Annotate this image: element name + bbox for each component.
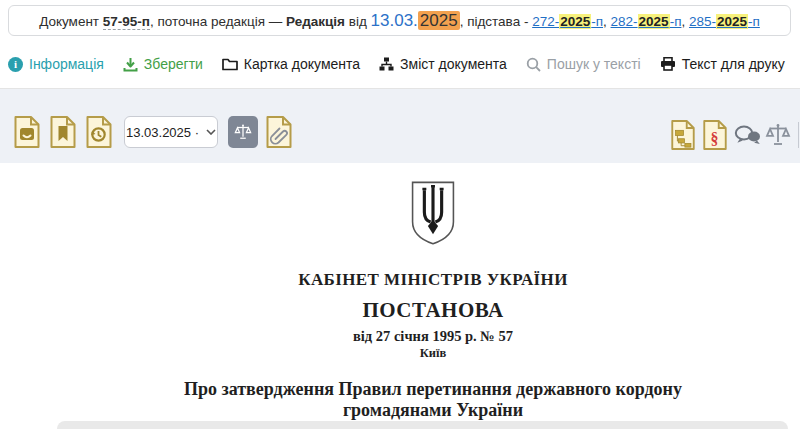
left-tools-group: 13.03.2025 · — [12, 115, 294, 149]
separator: , — [603, 14, 611, 29]
menu-item-print-text[interactable]: Текст для друку — [660, 56, 785, 72]
document-paragraphs-button[interactable]: § — [701, 119, 729, 151]
main-toolbar: i Інформація Зберегти Картка документа З… — [8, 50, 785, 78]
compare-revisions-button[interactable] — [228, 116, 258, 148]
document-status-bar: Документ 57-95-п, поточна редакція — Ред… — [8, 5, 791, 36]
menu-item-information[interactable]: i Інформація — [8, 56, 104, 72]
issuing-authority: КАБІНЕТ МІНІСТРІВ УКРАЇНИ — [66, 270, 800, 290]
revision-date: 13.03. — [371, 11, 418, 30]
title-line-2: громадянами України — [343, 400, 523, 420]
basis-label: , підстава - — [460, 14, 533, 29]
folder-icon — [222, 58, 238, 71]
document-structure-button[interactable] — [669, 119, 697, 151]
search-icon — [526, 57, 541, 72]
revision-label: Редакція — [286, 14, 345, 29]
menu-label: Інформація — [29, 56, 104, 72]
scales-icon — [234, 120, 252, 144]
basis-link-285[interactable]: 285-2025-п — [689, 14, 760, 29]
document-number[interactable]: 57-95-п — [103, 14, 150, 30]
link-text: -п — [591, 14, 603, 29]
printer-icon — [660, 57, 676, 71]
tools-divider — [798, 122, 799, 148]
document-prefix: Документ — [39, 14, 103, 29]
doc-case-icon — [12, 115, 42, 149]
document-date-number: від 27 січня 1995 р. № 57 — [66, 328, 800, 345]
doc-link-icon — [264, 115, 294, 149]
menu-item-text-search[interactable]: Пошук у тексті — [526, 56, 641, 72]
link-year-highlight: 2025 — [716, 14, 748, 29]
link-text: -п — [670, 14, 682, 29]
separator: , — [681, 14, 689, 29]
doc-structure-icon — [669, 119, 697, 151]
menu-item-document-contents[interactable]: Зміст документа — [379, 56, 507, 72]
sitemap-icon — [379, 57, 394, 71]
link-text: -п — [748, 14, 760, 29]
link-text: 285- — [689, 14, 716, 29]
coat-of-arms-ukraine — [409, 180, 457, 246]
document-type: ПОСТАНОВА — [66, 298, 800, 323]
document-city: Київ — [66, 346, 800, 361]
revision-date-select[interactable]: 13.03.2025 · — [124, 116, 218, 148]
menu-label: Зберегти — [144, 56, 203, 72]
link-year-highlight: 2025 — [638, 14, 670, 29]
bookmark-document-button[interactable] — [48, 115, 78, 149]
menu-item-save[interactable]: Зберегти — [123, 56, 203, 72]
scales-icon — [765, 122, 791, 148]
menu-label: Пошук у тексті — [547, 56, 641, 72]
revision-year-highlight: 2025 — [418, 11, 460, 30]
revision-from-label: від — [345, 14, 371, 29]
basis-link-272[interactable]: 272-2025-п — [532, 14, 603, 29]
document-title: Про затвердження Правил перетинання держ… — [66, 379, 800, 421]
revision-date-value: 13.03.2025 · — [126, 125, 199, 140]
menu-label: Зміст документа — [400, 56, 507, 72]
content-block-top-edge — [57, 421, 788, 429]
link-text: 272- — [532, 14, 559, 29]
doc-history-icon — [84, 115, 114, 149]
document-card-button[interactable] — [12, 115, 42, 149]
svg-text:§: § — [711, 130, 719, 147]
link-year-highlight: 2025 — [559, 14, 591, 29]
doc-bookmark-icon — [48, 115, 78, 149]
comments-icon — [733, 123, 761, 147]
right-tools-group: § — [669, 119, 800, 151]
basis-link-282[interactable]: 282-2025-п — [611, 14, 682, 29]
current-revision-text: , поточна редакція — — [150, 14, 286, 29]
link-text: 282- — [611, 14, 638, 29]
title-line-1: Про затвердження Правил перетинання держ… — [184, 379, 682, 399]
download-icon — [123, 57, 138, 72]
chevron-down-icon — [206, 129, 216, 135]
menu-label: Картка документа — [244, 56, 360, 72]
legal-scales-button[interactable] — [765, 122, 791, 148]
document-body: КАБІНЕТ МІНІСТРІВ УКРАЇНИ ПОСТАНОВА від … — [66, 180, 800, 421]
doc-paragraph-icon: § — [701, 119, 729, 151]
document-history-button[interactable] — [84, 115, 114, 149]
menu-label: Текст для друку — [682, 56, 785, 72]
legislation-portal-page: Документ 57-95-п, поточна редакція — Ред… — [0, 0, 800, 429]
menu-item-document-card[interactable]: Картка документа — [222, 56, 360, 72]
info-icon: i — [8, 57, 23, 72]
document-links-button[interactable] — [264, 115, 294, 149]
comments-button[interactable] — [733, 123, 761, 147]
